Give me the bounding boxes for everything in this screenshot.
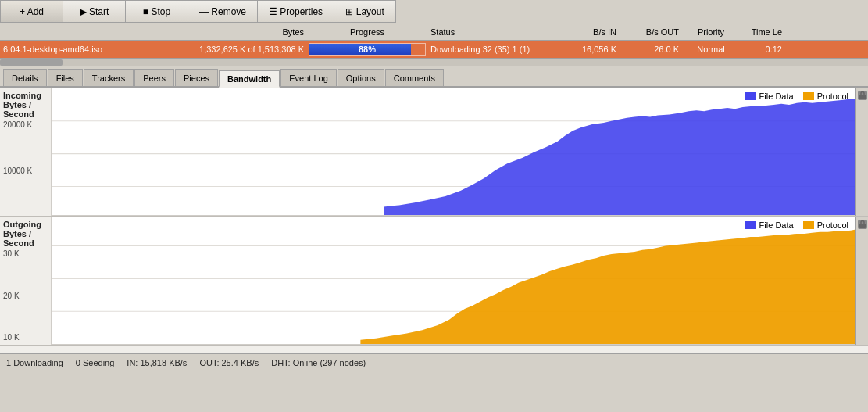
torrent-timeleft: 0:12 — [738, 45, 785, 54]
incoming-y-10000: 10000 K — [3, 167, 48, 175]
incoming-y-labels: 20000 K 10000 K — [3, 120, 48, 216]
start-button[interactable]: ▶ Start — [63, 0, 125, 23]
tab-details[interactable]: Details — [3, 69, 47, 86]
svg-rect-4 — [859, 95, 866, 99]
incoming-chart-title: Incoming Bytes / Second — [3, 91, 48, 119]
tab-files[interactable]: Files — [48, 69, 83, 86]
table-header: Bytes Progress Status B/s IN B/s OUT Pri… — [0, 23, 868, 41]
tab-comments[interactable]: Comments — [385, 69, 444, 86]
incoming-chart-main: File Data Protocol — [51, 88, 855, 216]
tab-bandwidth[interactable]: Bandwidth — [219, 70, 280, 88]
tab-bar: Details Files Trackers Peers Pieces Band… — [0, 66, 868, 88]
torrent-row[interactable]: 6.04.1-desktop-amd64.iso 1,332,625 K of … — [0, 41, 868, 58]
outgoing-chart-main: File Data Protocol — [51, 217, 855, 345]
tab-eventlog[interactable]: Event Log — [280, 69, 337, 86]
status-seeding: 0 Seeding — [76, 358, 115, 367]
lock-icon-2 — [858, 220, 867, 229]
outgoing-chart-container: Outgoing Bytes / Second 30 K 20 K 10 K F… — [0, 217, 868, 346]
tab-options[interactable]: Options — [338, 69, 384, 86]
col-bytes-header: Bytes — [172, 27, 309, 37]
progress-label: 88% — [309, 45, 425, 54]
col-status-header: Status — [426, 27, 559, 37]
outgoing-chart-title: Outgoing Bytes / Second — [3, 220, 48, 248]
outgoing-y-labels: 30 K 20 K 10 K — [3, 249, 48, 345]
remove-button[interactable]: — Remove — [188, 0, 257, 23]
incoming-scrollbar-thumb[interactable] — [858, 91, 867, 100]
lock-icon — [858, 91, 867, 100]
status-bar: 1 Downloading 0 Seeding IN: 15,818 KB/s … — [0, 353, 868, 371]
status-out: OUT: 25.4 KB/s — [199, 358, 259, 367]
status-downloading: 1 Downloading — [6, 358, 63, 367]
torrent-bytes: 1,332,625 K of 1,513,308 K — [172, 45, 309, 54]
torrent-bsout: 26.0 K — [621, 45, 684, 54]
torrent-progress-cell: 88% — [309, 42, 426, 56]
progress-bar-outer: 88% — [309, 43, 426, 56]
outgoing-y-30: 30 K — [3, 249, 48, 258]
col-progress-header: Progress — [309, 27, 426, 37]
torrent-bsin: 16,056 K — [559, 45, 621, 54]
stop-button[interactable]: ■ Stop — [125, 0, 188, 23]
layout-button[interactable]: ⊞ Layout — [334, 0, 396, 23]
incoming-scrollbar[interactable] — [855, 88, 868, 216]
incoming-chart-svg — [52, 88, 855, 215]
col-priority-header: Priority — [684, 27, 738, 37]
svg-marker-3 — [384, 99, 855, 215]
outgoing-chart-svg — [52, 217, 855, 344]
col-bsout-header: B/s OUT — [621, 27, 684, 37]
svg-rect-9 — [859, 224, 866, 228]
incoming-chart-left: Incoming Bytes / Second 20000 K 10000 K — [0, 88, 51, 216]
outgoing-chart-left: Outgoing Bytes / Second 30 K 20 K 10 K — [0, 217, 51, 345]
tab-pieces[interactable]: Pieces — [175, 69, 218, 86]
torrent-status: Downloading 32 (35) 1 (1) — [426, 45, 559, 54]
col-timeleft-header: Time Le — [738, 27, 785, 37]
properties-button[interactable]: ☰ Properties — [257, 0, 334, 23]
tab-trackers[interactable]: Trackers — [84, 69, 134, 86]
torrent-priority: Normal — [684, 45, 738, 54]
incoming-chart-container: Incoming Bytes / Second 20000 K 10000 K … — [0, 88, 868, 217]
charts-area: Incoming Bytes / Second 20000 K 10000 K … — [0, 88, 868, 353]
outgoing-scrollbar-thumb[interactable] — [858, 220, 867, 229]
col-bsin-header: B/s IN — [559, 27, 621, 37]
outgoing-scrollbar[interactable] — [855, 217, 868, 345]
toolbar: + Add ▶ Start ■ Stop — Remove ☰ Properti… — [0, 0, 868, 23]
tab-peers[interactable]: Peers — [134, 69, 174, 86]
outgoing-y-20: 20 K — [3, 292, 48, 300]
svg-marker-8 — [360, 230, 855, 344]
torrent-name: 6.04.1-desktop-amd64.iso — [0, 45, 172, 54]
horizontal-scrollbar[interactable] — [0, 58, 868, 66]
outgoing-y-10: 10 K — [3, 333, 48, 342]
incoming-y-20000: 20000 K — [3, 120, 48, 129]
add-button[interactable]: + Add — [0, 0, 63, 23]
status-in: IN: 15,818 KB/s — [127, 358, 187, 367]
status-dht: DHT: Online (297 nodes) — [271, 358, 366, 367]
hscroll-thumb[interactable] — [0, 59, 63, 66]
